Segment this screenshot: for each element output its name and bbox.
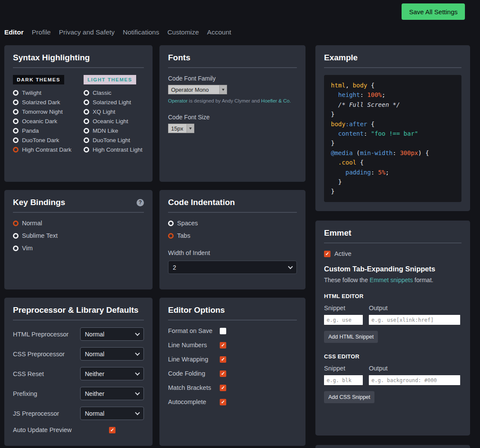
- keybinding-option-normal[interactable]: Normal: [13, 220, 144, 227]
- tab-notifications[interactable]: Notifications: [123, 28, 159, 36]
- radio-icon[interactable]: [13, 90, 19, 96]
- chevron-down-icon: [187, 124, 194, 133]
- radio-icon[interactable]: [13, 147, 19, 152]
- checkbox-icon[interactable]: [220, 328, 226, 334]
- radio-icon[interactable]: [84, 137, 89, 143]
- code-indentation-card: Code Indentation SpacesTabs Width of Ind…: [159, 190, 305, 289]
- editor-option-code-folding[interactable]: Code Folding: [168, 370, 297, 377]
- dark-theme-option-tomorrow-night[interactable]: Tomorrow Night: [13, 109, 84, 115]
- hoefler-co-link[interactable]: Hoefler & Co.: [261, 98, 291, 103]
- radio-icon[interactable]: [13, 100, 19, 105]
- width-of-indent-label: Width of Indent: [168, 249, 297, 256]
- dark-theme-option-twilight[interactable]: Twilight: [13, 90, 84, 96]
- select-value: Neither: [85, 370, 104, 377]
- prefixing-select[interactable]: Neither: [80, 387, 144, 400]
- radio-label: Solarized Light: [93, 99, 131, 106]
- radio-icon[interactable]: [84, 100, 89, 105]
- width-of-indent-select[interactable]: 2: [168, 261, 297, 274]
- code-font-family-select[interactable]: Operator Mono: [168, 85, 227, 94]
- html-output-input[interactable]: [369, 315, 460, 325]
- tab-profile[interactable]: Profile: [32, 28, 51, 36]
- keybinding-option-vim[interactable]: Vim: [13, 245, 144, 252]
- light-themes-column: LIGHT THEMES ClassicSolarized LightXQ Li…: [84, 75, 144, 156]
- tab-account[interactable]: Account: [207, 28, 231, 36]
- checkbox-icon[interactable]: [220, 370, 226, 377]
- radio-icon[interactable]: [13, 109, 19, 115]
- checkbox-icon[interactable]: [220, 342, 226, 348]
- light-theme-option-high-contrast-light[interactable]: High Contrast Light: [84, 146, 144, 153]
- radio-icon[interactable]: [13, 246, 19, 251]
- css-snippet-input[interactable]: [324, 375, 363, 385]
- radio-icon[interactable]: [84, 118, 89, 124]
- radio-icon[interactable]: [168, 233, 174, 239]
- card-title-code-indentation: Code Indentation: [168, 198, 235, 207]
- operator-font-link[interactable]: Operator: [168, 98, 187, 103]
- save-all-settings-button[interactable]: Save All Settings: [402, 3, 465, 20]
- preprocessor-row-css-preprocessor: CSS PreprocessorNormal: [13, 347, 144, 361]
- radio-icon[interactable]: [84, 147, 89, 152]
- auto-update-preview-row[interactable]: Auto Update Preview: [13, 426, 144, 433]
- column-2: Fonts Code Font Family Operator Mono Ope…: [159, 45, 305, 448]
- editor-option-line-wrapping[interactable]: Line Wrapping: [168, 356, 297, 363]
- radio-icon[interactable]: [168, 221, 174, 226]
- option-label: Autocomplete: [168, 398, 220, 405]
- checkbox-icon[interactable]: [220, 356, 226, 363]
- tab-editor[interactable]: Editor: [4, 28, 24, 36]
- radio-icon[interactable]: [13, 137, 19, 143]
- light-theme-option-classic[interactable]: Classic: [84, 90, 144, 96]
- css-reset-select[interactable]: Neither: [80, 367, 144, 380]
- radio-icon[interactable]: [13, 233, 19, 239]
- html-preprocessor-select[interactable]: Normal: [80, 327, 144, 341]
- light-theme-option-solarized-light[interactable]: Solarized Light: [84, 99, 144, 106]
- tab-customize[interactable]: Customize: [167, 28, 199, 36]
- dark-theme-option-high-contrast-dark[interactable]: High Contrast Dark: [13, 146, 84, 153]
- dark-theme-option-oceanic-dark[interactable]: Oceanic Dark: [13, 118, 84, 124]
- code-line: }: [331, 187, 455, 196]
- radio-icon[interactable]: [84, 90, 89, 96]
- indentation-option-tabs[interactable]: Tabs: [168, 232, 297, 239]
- emmet-active-checkbox[interactable]: [324, 251, 330, 257]
- light-theme-option-mdn-like[interactable]: MDN Like: [84, 128, 144, 134]
- dark-theme-option-solarized-dark[interactable]: Solarized Dark: [13, 99, 84, 106]
- keybinding-option-sublime-text[interactable]: Sublime Text: [13, 232, 144, 239]
- settings-page: Save All Settings EditorProfilePrivacy a…: [0, 0, 480, 448]
- radio-icon[interactable]: [84, 109, 89, 115]
- emmet-snippets-link[interactable]: Emmet snippets: [370, 277, 413, 283]
- emmet-active-row[interactable]: Active: [324, 250, 461, 257]
- add-css-snippet-button[interactable]: Add CSS Snippet: [324, 391, 374, 403]
- auto-update-preview-checkbox[interactable]: [109, 427, 115, 433]
- dark-theme-option-duotone-dark[interactable]: DuoTone Dark: [13, 137, 84, 143]
- editor-options-card: Editor Options Format on SaveLine Number…: [159, 298, 305, 446]
- emmet-desc-text: format.: [413, 277, 433, 283]
- css-output-input[interactable]: [369, 375, 460, 385]
- column-3: Example html, body { height: 100%; /* Fu…: [315, 45, 470, 448]
- css-preprocessor-select[interactable]: Normal: [80, 347, 144, 361]
- help-icon[interactable]: ?: [137, 199, 144, 206]
- light-theme-option-oceanic-light[interactable]: Oceanic Light: [84, 118, 144, 124]
- add-html-snippet-button[interactable]: Add HTML Snippet: [324, 331, 378, 343]
- editor-option-match-brackets[interactable]: Match Brackets: [168, 384, 297, 391]
- checkbox-icon[interactable]: [220, 385, 226, 391]
- light-theme-option-duotone-light[interactable]: DuoTone Light: [84, 137, 144, 143]
- editor-option-format-on-save[interactable]: Format on Save: [168, 327, 297, 334]
- editor-option-line-numbers[interactable]: Line Numbers: [168, 342, 297, 348]
- chevron-down-icon: [135, 331, 140, 336]
- emmet-desc-text: These follow the: [324, 277, 370, 283]
- radio-label: High Contrast Light: [93, 146, 143, 153]
- html-editor-heading: HTML EDITOR: [324, 293, 461, 299]
- radio-icon[interactable]: [13, 221, 19, 226]
- dark-theme-option-panda[interactable]: Panda: [13, 128, 84, 134]
- option-label: Match Brackets: [168, 384, 220, 391]
- output-label: Output: [369, 365, 388, 372]
- radio-icon[interactable]: [13, 118, 19, 124]
- js-preprocessor-select[interactable]: Normal: [80, 407, 144, 420]
- checkbox-icon[interactable]: [220, 399, 226, 405]
- light-theme-option-xq-light[interactable]: XQ Light: [84, 109, 144, 115]
- radio-icon[interactable]: [84, 128, 89, 134]
- tab-privacy-and-safety[interactable]: Privacy and Safety: [59, 28, 115, 36]
- radio-icon[interactable]: [13, 128, 19, 134]
- code-font-size-select[interactable]: 15px: [168, 124, 194, 133]
- editor-option-autocomplete[interactable]: Autocomplete: [168, 398, 297, 405]
- indentation-option-spaces[interactable]: Spaces: [168, 220, 297, 227]
- html-snippet-input[interactable]: [324, 315, 363, 325]
